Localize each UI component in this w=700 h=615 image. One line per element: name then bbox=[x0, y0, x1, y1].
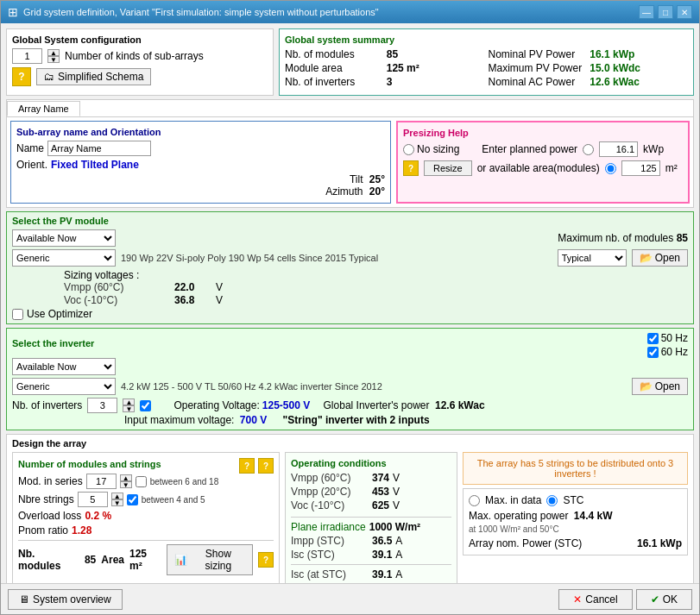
pv-typical-dropdown[interactable]: Typical bbox=[558, 249, 627, 267]
spin-down-btn[interactable]: ▼ bbox=[47, 56, 60, 63]
simplified-row: ? 🗂 Simplified Schema bbox=[12, 67, 268, 86]
vmpp60-unit: V bbox=[393, 472, 400, 484]
inv-filter-dropdown[interactable]: Available Now bbox=[12, 358, 116, 375]
pv-module-desc: 190 Wp 22V Si-poly Poly 190 Wp 54 cells … bbox=[121, 253, 552, 263]
presizing-help-btn[interactable]: ? bbox=[403, 160, 419, 176]
pv-open-button[interactable]: 📂 Open bbox=[632, 249, 688, 267]
mod-series-row: Mod. in series ▲ ▼ between 6 and 18 bbox=[18, 474, 274, 489]
isc-row: Isc (STC) 39.1 A bbox=[291, 549, 451, 561]
overload-row: Overload loss 0.2 % bbox=[18, 510, 274, 522]
sub-array-title: Sub-array name and Orientation bbox=[16, 127, 385, 137]
mod-series-input[interactable] bbox=[86, 474, 117, 489]
global-summary-panel: Global system summary Nb. of modules 85 … bbox=[279, 28, 694, 96]
no-sizing-radio[interactable] bbox=[403, 144, 414, 155]
no-sizing-row: No sizing Enter planned power kWp bbox=[403, 141, 683, 157]
operating-cond-panel: Operating conditions Vmpp (60°C) 374 V V… bbox=[285, 452, 457, 583]
name-row: Name bbox=[16, 141, 385, 156]
inv-spin-down[interactable]: ▼ bbox=[123, 405, 135, 412]
cancel-icon: ✕ bbox=[573, 593, 582, 606]
num-help2-btn[interactable]: ? bbox=[258, 458, 274, 474]
array-nom-row: Array nom. Power (STC) 16.1 kWp bbox=[469, 537, 682, 549]
area-input[interactable] bbox=[621, 160, 660, 176]
pv-filter-dropdown[interactable]: Available Now bbox=[12, 229, 116, 247]
area-radio[interactable] bbox=[605, 163, 616, 174]
inv-checkbox[interactable] bbox=[140, 400, 151, 411]
stc-radio-row: Max. in data STC bbox=[469, 494, 682, 506]
inv-open-button[interactable]: 📂 Open bbox=[632, 378, 688, 395]
max-op-cond: at 1000 W/m² and 50°C bbox=[469, 524, 682, 534]
isc-stc-value: 39.1 bbox=[372, 568, 392, 580]
minimize-button[interactable]: — bbox=[639, 5, 654, 19]
main-content: Global System configuration ▲ ▼ Number o… bbox=[1, 23, 699, 583]
simplified-schema-button[interactable]: 🗂 Simplified Schema bbox=[36, 68, 151, 85]
right-panel: The array has 5 strings to be distribute… bbox=[463, 452, 688, 583]
nb-inverters-input[interactable] bbox=[87, 398, 117, 413]
impp-label: Impp (STC) bbox=[291, 535, 369, 547]
max-data-radio[interactable] bbox=[469, 495, 480, 506]
stc-radio[interactable] bbox=[546, 495, 558, 506]
nbre-strings-down[interactable]: ▼ bbox=[111, 499, 123, 506]
num-subarrays-input[interactable] bbox=[12, 48, 42, 64]
pv-brand-dropdown[interactable]: Generic bbox=[12, 249, 116, 267]
max-op-power-row: Max. operating power 14.4 kW bbox=[469, 510, 682, 522]
nb-modules-bar: Nb. modules 85 Area 125 m² 📊 Show sizing… bbox=[18, 540, 274, 575]
nominal-pv-value: 16.1 kWp bbox=[590, 48, 688, 60]
cancel-button[interactable]: ✕ Cancel bbox=[558, 589, 632, 610]
nbre-strings-checkbox[interactable] bbox=[127, 494, 138, 505]
op-volt-label: Operating Voltage: bbox=[173, 399, 259, 411]
inv-voltage-row2: Input maximum voltage: 700 V "String" in… bbox=[124, 414, 688, 426]
help-button[interactable]: ? bbox=[12, 67, 31, 86]
resize-button[interactable]: Resize bbox=[424, 160, 472, 176]
sub-array-content: Sub-array name and Orientation Name Orie… bbox=[7, 117, 693, 207]
inv-title: Select the inverter bbox=[12, 338, 94, 348]
ok-button[interactable]: ✔ OK bbox=[636, 589, 692, 610]
inv-brand-dropdown[interactable]: Generic bbox=[12, 378, 116, 395]
array-name-tab[interactable]: Array Name bbox=[7, 101, 80, 116]
nominal-ac-value: 12.6 kWac bbox=[590, 76, 688, 88]
close-button[interactable]: ✕ bbox=[677, 5, 692, 19]
optimizer-checkbox[interactable] bbox=[12, 309, 23, 320]
inv-header: Select the inverter 50 Hz 60 Hz bbox=[12, 332, 688, 358]
inv-hz-checkboxes: 50 Hz 60 Hz bbox=[647, 332, 688, 358]
voc-row: Voc (-10°C) 36.8 V bbox=[64, 294, 688, 306]
voc10-unit: V bbox=[393, 499, 400, 511]
hz60-checkbox[interactable] bbox=[647, 347, 659, 358]
vmpp20-label: Vmpp (20°C) bbox=[291, 486, 369, 498]
nbre-strings-row: Nbre strings ▲ ▼ between 4 and 5 bbox=[18, 492, 274, 507]
optimizer-row: Use Optimizer bbox=[12, 308, 688, 320]
num-help1-btn[interactable]: ? bbox=[239, 458, 255, 474]
area-value: 125 m² bbox=[129, 548, 161, 572]
show-sizing-button[interactable]: 📊 Show sizing bbox=[167, 544, 253, 575]
mod-series-down[interactable]: ▼ bbox=[120, 481, 132, 488]
array-name-input[interactable] bbox=[47, 141, 151, 156]
array-nom-label: Array nom. Power (STC) bbox=[469, 537, 582, 549]
maximize-button[interactable]: □ bbox=[658, 5, 673, 19]
global-config-title: Global System configuration bbox=[12, 35, 268, 45]
input-max-label: Input maximum voltage: bbox=[124, 414, 234, 426]
window-controls: — □ ✕ bbox=[639, 5, 692, 19]
summary-grid: Nb. of modules 85 Nominal PV Power 16.1 … bbox=[285, 48, 688, 88]
tilt-azimuth: Tilt 25° Azimuth 20° bbox=[16, 173, 385, 198]
nbre-strings-input[interactable] bbox=[78, 492, 108, 507]
module-area-value: 125 m² bbox=[387, 62, 485, 74]
array-inner: Number of modules and strings ? ? Mod. i… bbox=[12, 452, 688, 583]
isc-stc-row: Isc (at STC) 39.1 A bbox=[291, 568, 451, 580]
isc-stc-label: Isc (at STC) bbox=[291, 568, 369, 580]
nbre-strings-spinner: ▲ ▼ bbox=[111, 493, 123, 506]
power-radio[interactable] bbox=[583, 144, 594, 155]
inv-desc: 4.2 kW 125 - 500 V TL 50/60 Hz 4.2 kWac … bbox=[121, 381, 627, 392]
global-summary-title: Global system summary bbox=[285, 35, 688, 45]
available-area-label: or available area(modules) bbox=[477, 162, 600, 174]
inv-brand-row: Generic 4.2 kW 125 - 500 V TL 50/60 Hz 4… bbox=[12, 378, 688, 395]
show-sizing-help-btn[interactable]: ? bbox=[258, 552, 274, 568]
hz60-item: 60 Hz bbox=[647, 346, 688, 358]
hz50-checkbox[interactable] bbox=[647, 333, 659, 344]
system-overview-button[interactable]: 🖥 System overview bbox=[8, 589, 123, 610]
mod-series-checkbox[interactable] bbox=[136, 476, 147, 487]
tilt-row: Tilt 25° bbox=[350, 173, 385, 185]
power-input[interactable] bbox=[599, 141, 638, 157]
vmpp60-label: Vmpp (60°C) bbox=[291, 472, 369, 484]
voc10-row: Voc (-10°C) 625 V bbox=[291, 499, 451, 511]
module-area-label: Module area bbox=[285, 62, 383, 74]
nb-inverters-label: Nb. of inverters bbox=[285, 76, 383, 88]
